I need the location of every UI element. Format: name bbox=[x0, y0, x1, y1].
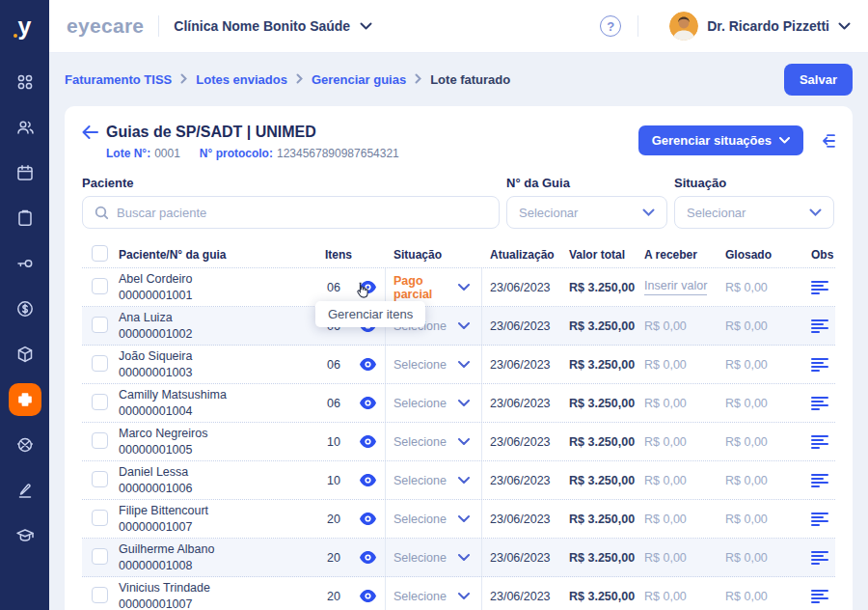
row-checkbox[interactable] bbox=[92, 471, 108, 487]
situation-dropdown[interactable]: Selecione bbox=[386, 346, 482, 383]
obs-notes-icon[interactable] bbox=[811, 513, 835, 526]
chevron-down-icon bbox=[458, 438, 470, 445]
guide-number: 00000001002 bbox=[119, 327, 192, 341]
receivable-value: R$ 0,00 bbox=[644, 358, 687, 372]
situation-select[interactable]: Selecionar bbox=[674, 196, 834, 229]
row-checkbox[interactable] bbox=[92, 278, 108, 294]
col-situacao: Situação bbox=[386, 248, 482, 262]
clipboard-icon[interactable] bbox=[0, 195, 49, 240]
situation-dropdown[interactable]: Selecione bbox=[386, 539, 482, 576]
table-row: João Siqueira 00000001003 06 Selecione 2… bbox=[82, 346, 835, 384]
situation-dropdown[interactable]: Selecione bbox=[386, 461, 482, 499]
view-items-eye-icon[interactable] bbox=[351, 423, 386, 460]
view-items-eye-icon[interactable] bbox=[351, 500, 386, 538]
finance-dollar-icon[interactable] bbox=[0, 286, 49, 331]
mask-icon[interactable] bbox=[0, 422, 49, 467]
education-cap-icon[interactable] bbox=[0, 513, 49, 558]
lote-number: Lote N°:0001 bbox=[106, 147, 180, 160]
clinic-selector[interactable]: Clínica Nome Bonito Saúde bbox=[174, 18, 372, 34]
receivable-cell: R$ 0,00 bbox=[644, 397, 725, 410]
view-items-eye-icon[interactable] bbox=[351, 539, 386, 576]
row-checkbox[interactable] bbox=[92, 510, 108, 526]
row-checkbox[interactable] bbox=[92, 432, 108, 449]
receivable-cell: R$ 0,00 bbox=[644, 513, 725, 526]
chevron-right-icon bbox=[415, 72, 421, 87]
patient-name: Abel Cordeiro bbox=[119, 272, 192, 286]
situation-dropdown[interactable]: Selecione bbox=[386, 500, 482, 538]
obs-notes-icon[interactable] bbox=[811, 474, 835, 487]
table-row: Vinicius Trindade 00000001007 20 Selecio… bbox=[82, 577, 835, 610]
save-button[interactable]: Salvar bbox=[784, 64, 853, 96]
glossed-value: R$ 0,00 bbox=[725, 474, 811, 487]
obs-notes-icon[interactable] bbox=[811, 358, 835, 372]
medical-cross-icon[interactable] bbox=[0, 376, 49, 422]
glossed-value: R$ 0,00 bbox=[725, 590, 811, 603]
row-checkbox[interactable] bbox=[92, 587, 108, 603]
chevron-down-icon bbox=[458, 361, 470, 368]
row-checkbox[interactable] bbox=[92, 317, 108, 333]
breadcrumb-link[interactable]: Lotes enviados bbox=[196, 72, 287, 87]
obs-notes-icon[interactable] bbox=[811, 590, 835, 603]
view-items-eye-icon[interactable] bbox=[351, 384, 386, 422]
view-items-eye-icon[interactable] bbox=[351, 577, 386, 610]
table-row: Abel Cordeiro 00000001001 06 Pago parcia… bbox=[82, 268, 835, 307]
patient-cell: Vinicius Trindade 00000001007 bbox=[119, 580, 316, 610]
row-checkbox[interactable] bbox=[92, 355, 108, 372]
user-menu[interactable]: Dr. Ricardo Pizzetti bbox=[669, 12, 851, 41]
patients-icon[interactable] bbox=[0, 104, 49, 150]
package-icon[interactable] bbox=[0, 331, 49, 376]
view-items-eye-icon[interactable] bbox=[351, 461, 386, 499]
guide-number-select[interactable]: Selecionar bbox=[506, 196, 667, 229]
divider bbox=[158, 15, 159, 37]
obs-notes-icon[interactable] bbox=[811, 435, 835, 449]
row-checkbox[interactable] bbox=[92, 548, 108, 565]
brand-wordmark: eyecare bbox=[67, 14, 144, 38]
guide-number: 00000001007 bbox=[119, 597, 192, 610]
patient-filter: Paciente bbox=[82, 176, 500, 229]
patient-cell: Ana Luiza 00000001002 bbox=[119, 310, 316, 342]
guide-number: 00000001001 bbox=[119, 289, 192, 302]
receivable-value: Inserir valor bbox=[644, 279, 707, 295]
breadcrumb-current: Lote faturado bbox=[430, 72, 510, 87]
manage-situations-button[interactable]: Gerenciar situações bbox=[638, 125, 803, 155]
receivable-value: R$ 0,00 bbox=[644, 474, 687, 487]
view-items-eye-icon[interactable] bbox=[351, 346, 386, 383]
search-icon bbox=[95, 206, 109, 220]
patient-name: Guilherme Albano bbox=[119, 542, 214, 556]
obs-notes-icon[interactable] bbox=[811, 397, 835, 410]
items-count: 10 bbox=[316, 474, 351, 487]
guide-number: 00000001008 bbox=[119, 559, 192, 572]
collapse-panel-icon[interactable] bbox=[816, 133, 835, 149]
apps-grid-icon[interactable] bbox=[0, 59, 49, 104]
calendar-icon[interactable] bbox=[0, 150, 49, 195]
breadcrumb-link[interactable]: Gerenciar guias bbox=[312, 72, 406, 87]
key-icon[interactable] bbox=[0, 240, 49, 286]
edit-pencil-icon[interactable] bbox=[0, 467, 49, 513]
search-patient-input[interactable] bbox=[117, 206, 487, 220]
obs-notes-icon[interactable] bbox=[811, 319, 835, 333]
select-all-checkbox[interactable] bbox=[92, 245, 108, 262]
receivable-value: R$ 0,00 bbox=[644, 513, 687, 526]
situation-dropdown[interactable]: Selecione bbox=[386, 577, 482, 610]
patient-name: Marco Negreiros bbox=[119, 427, 207, 440]
receivable-value: R$ 0,00 bbox=[644, 590, 687, 603]
situation-dropdown[interactable]: Selecione bbox=[386, 384, 482, 422]
obs-notes-icon[interactable] bbox=[811, 281, 835, 294]
guide-number-filter: N° da Guia Selecionar bbox=[506, 176, 667, 229]
receivable-cell: R$ 0,00 bbox=[644, 551, 725, 565]
updated-date: 23/06/2023 bbox=[482, 474, 569, 487]
table-row: Guilherme Albano 00000001008 20 Selecion… bbox=[82, 539, 835, 577]
table-row: Ana Luiza 00000001002 06 Selecione 23/06… bbox=[82, 307, 835, 346]
obs-notes-icon[interactable] bbox=[811, 551, 835, 565]
updated-date: 23/06/2023 bbox=[482, 358, 569, 372]
glossed-value: R$ 0,00 bbox=[725, 435, 811, 449]
row-checkbox[interactable] bbox=[92, 394, 108, 410]
receivable-cell: R$ 0,00 bbox=[644, 319, 725, 333]
help-icon[interactable]: ? bbox=[600, 15, 621, 37]
table-row: Marco Negreiros 00000001005 10 Selecione… bbox=[82, 423, 835, 461]
situation-dropdown[interactable]: Selecione bbox=[386, 423, 482, 460]
breadcrumb-link[interactable]: Faturamento TISS bbox=[65, 72, 172, 87]
tooltip-gerenciar-itens: Gerenciar itens bbox=[315, 301, 425, 327]
back-arrow-icon[interactable] bbox=[82, 125, 98, 139]
col-atualizacao: Atualização bbox=[482, 248, 569, 262]
